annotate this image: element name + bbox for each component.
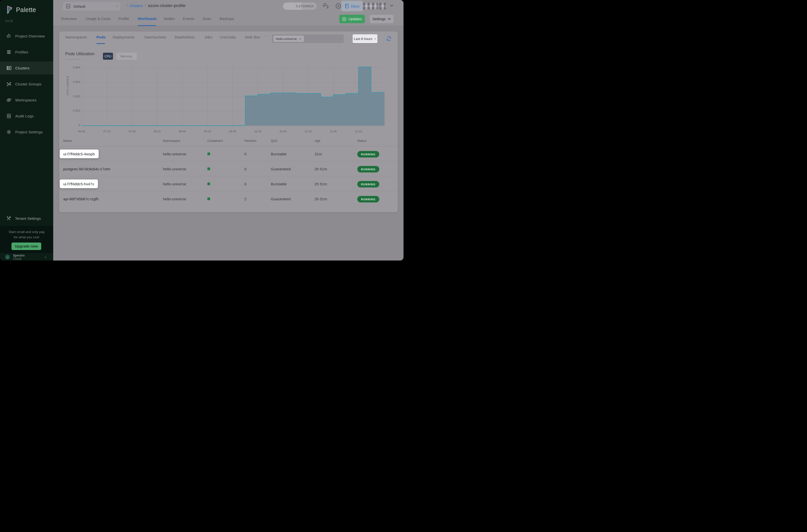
subtab-deployments[interactable]: Deployments xyxy=(113,35,135,39)
sidebar-item-workspaces[interactable]: Workspaces xyxy=(0,93,53,107)
sidebar-collapse-chevron-icon[interactable]: ‹ xyxy=(45,255,46,259)
pod-restarts: 0 xyxy=(244,167,246,171)
active-tab-underline xyxy=(138,25,156,26)
settings-label: Settings xyxy=(373,17,386,21)
table-row[interactable]: ui-f7ff4ddc5-hx47shello-universe0Burstab… xyxy=(59,176,398,191)
cpu-utilization-chart xyxy=(82,68,384,126)
sidebar-footer: Spectro Cloud ‹ xyxy=(0,253,53,261)
docs-button[interactable]: Docs xyxy=(341,1,363,11)
subtab-pods[interactable]: Pods xyxy=(96,35,106,39)
server-rack-icon xyxy=(6,65,12,71)
time-range-dropdown[interactable]: Last 6 hours ∨ xyxy=(353,34,377,43)
compass-icon[interactable] xyxy=(335,3,341,9)
container-ok-indicator xyxy=(207,197,210,200)
x-axis-tick-label: 10:15 xyxy=(250,130,265,133)
tab-scan[interactable]: Scan xyxy=(203,17,211,21)
doc-search-icon xyxy=(6,113,12,119)
x-axis-tick-label: 06:45 xyxy=(74,130,89,133)
subtab-jobs[interactable]: Jobs xyxy=(204,35,212,39)
breadcrumb-clusters-link[interactable]: Clusters xyxy=(129,4,143,8)
pods-table-header: NameNamespaceContainersRestartsQoSAgeSta… xyxy=(59,136,398,146)
upgrade-promo-panel: Start small and only pay for what you us… xyxy=(0,226,53,253)
sidebar-item-cluster-groups[interactable]: Cluster Groups xyxy=(0,77,53,90)
chart-y-axis-label: CPU CORES xyxy=(66,76,69,95)
upgrade-now-button[interactable]: Upgrade now xyxy=(12,243,41,250)
tab-nodes[interactable]: Nodes xyxy=(164,17,175,21)
pod-qos: Guaranteed xyxy=(271,197,290,201)
user-menu-chevron-icon[interactable] xyxy=(390,4,393,7)
pod-namespace: hello-universe xyxy=(163,182,186,186)
tab-profile[interactable]: Profile xyxy=(118,17,129,21)
x-axis-tick-label: 12:15 xyxy=(351,130,366,133)
brand-logo[interactable]: Palette xyxy=(5,5,36,15)
namespace-filter-select[interactable]: hello-universe ✕ ∨ xyxy=(272,35,344,43)
subtab-daemonsets[interactable]: DaemonSets xyxy=(145,35,166,39)
pod-namespace: hello-universe xyxy=(163,197,186,201)
sidebar-item-label: Project Overview xyxy=(15,34,45,38)
sidebar-item-tenant-settings[interactable]: Tenant Settings xyxy=(0,212,53,225)
sidebar-item-clusters[interactable]: Clusters xyxy=(0,61,53,74)
x-axis-tick-label: 11:45 xyxy=(326,130,341,133)
pod-restarts: 0 xyxy=(244,152,246,156)
sidebar-item-profiles[interactable]: Profiles xyxy=(0,45,53,58)
tab-workloads[interactable]: Workloads xyxy=(138,17,157,21)
memory-toggle-button[interactable]: Memory xyxy=(116,53,137,60)
docs-label: Docs xyxy=(351,4,359,8)
y-axis-tick-label: 0.002 xyxy=(63,95,80,98)
x-axis-tick-label: 08:45 xyxy=(175,130,190,133)
chevron-down-icon: ∨ xyxy=(374,37,376,40)
remove-filter-icon[interactable]: ✕ xyxy=(299,37,302,41)
pod-name-spotlight: ui-f7ff4ddc5-4wsph xyxy=(60,149,99,158)
settings-button[interactable]: Settings xyxy=(370,15,394,23)
subtab-cronjobs[interactable]: CronJobs xyxy=(220,35,236,39)
subtab-statefulsets[interactable]: StatefulSets xyxy=(174,35,195,39)
containers-status xyxy=(207,182,210,186)
containers-status xyxy=(207,167,210,171)
container-ok-indicator xyxy=(207,182,210,185)
containers-status xyxy=(207,197,210,201)
subtab-namespaces[interactable]: Namespaces xyxy=(65,35,87,39)
table-row[interactable]: postgres-567dc9cb4c-c7xtmhello-universe0… xyxy=(59,162,398,176)
pod-name-spotlight: ui-f7ff4ddc5-hx47s xyxy=(60,179,98,188)
promo-text-line2: for what you use! xyxy=(0,234,53,240)
gear-icon xyxy=(6,129,12,135)
sidebar-item-project-overview[interactable]: Project Overview xyxy=(0,30,53,42)
pods-table-body: ui-f7ff4ddc5-4wsphhello-universe0Burstab… xyxy=(59,146,398,206)
cloud-label: Cloud xyxy=(13,257,25,261)
sidebar-item-audit-logs[interactable]: Audit Logs xyxy=(0,109,53,122)
updates-label: Updates xyxy=(348,17,362,21)
pods-table: NameNamespaceContainersRestartsQoSAgeSta… xyxy=(59,136,398,206)
containers-status xyxy=(207,152,210,156)
table-row[interactable]: ui-f7ff4ddc5-4wsphhello-universe0Burstab… xyxy=(59,146,398,162)
y-axis-tick-label: 0.001 xyxy=(63,109,80,112)
status-cell: RUNNING xyxy=(357,182,379,186)
molecule-icon xyxy=(6,81,12,87)
column-header-qos: QoS xyxy=(271,139,277,142)
tab-events[interactable]: Events xyxy=(183,17,194,21)
cpu-toggle-button[interactable]: CPU xyxy=(103,53,113,60)
pod-namespace: hello-universe xyxy=(163,167,186,171)
table-row[interactable]: api-86f745b67c-rzgfhhello-universe2Guara… xyxy=(59,191,398,206)
subtab-role-bind[interactable]: Role Bind xyxy=(245,35,260,39)
user-name-redacted xyxy=(363,3,378,10)
pod-qos: Burstable xyxy=(271,182,286,186)
refresh-icon[interactable] xyxy=(386,36,392,42)
updates-button[interactable]: Updates xyxy=(339,15,365,23)
y-axis-tick-label: 0.004 xyxy=(63,66,80,69)
active-subtab-underline xyxy=(96,43,105,44)
pod-restarts: 0 xyxy=(244,182,246,186)
x-axis-tick-label: 07:45 xyxy=(125,130,139,133)
tab-overview[interactable]: Overview xyxy=(61,17,77,21)
chevron-down-icon: ∨ xyxy=(339,37,341,40)
tab-usage-costs[interactable]: Usage & Costs xyxy=(86,17,111,21)
pod-age: 2h 51m xyxy=(315,197,327,201)
tab-backups[interactable]: Backups xyxy=(220,17,234,21)
status-badge: RUNNING xyxy=(357,166,379,172)
more-subtabs-ellipsis[interactable]: ··· xyxy=(263,34,268,38)
chat-icon[interactable] xyxy=(322,3,329,9)
project-selector-dropdown[interactable]: Default ∨ xyxy=(63,2,120,11)
sidebar-item-project-settings[interactable]: Project Settings xyxy=(0,126,53,138)
main-content: Default ∨ / Clusters / azure-cluster-pro… xyxy=(53,0,404,261)
chevron-down-icon xyxy=(388,18,391,20)
x-axis-tick-label: 10:45 xyxy=(276,130,290,133)
